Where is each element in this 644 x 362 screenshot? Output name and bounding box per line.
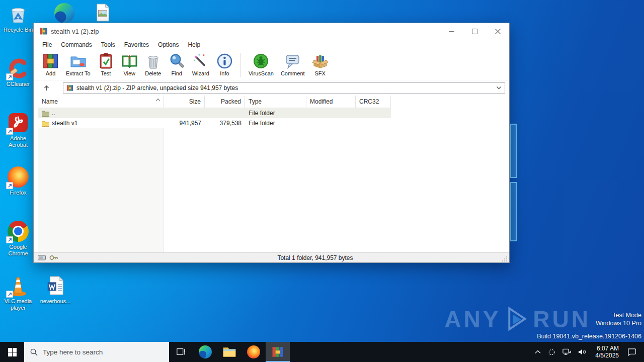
system-tray: 6:07 AM 4/5/2025 xyxy=(531,342,644,362)
wizard-button[interactable]: Wizard xyxy=(189,52,213,77)
taskbar-winrar-button-active[interactable] xyxy=(266,342,290,362)
wallpaper-light-beam xyxy=(510,124,517,178)
toolbar: Add Extract To Test xyxy=(34,50,509,80)
file-list: .. File folder stealth v1 941,957 379,53… xyxy=(34,108,509,252)
anyrun-play-icon xyxy=(504,306,530,332)
table-row-stealth-v1[interactable]: stealth v1 941,957 379,538 File folder xyxy=(38,118,391,128)
column-header-name[interactable]: Name xyxy=(38,96,164,108)
clock-date: 4/5/2025 xyxy=(595,352,619,359)
desktop-icon-edge[interactable] xyxy=(46,2,83,24)
info-button[interactable]: Info xyxy=(213,52,236,77)
windows-logo-icon xyxy=(8,348,17,356)
column-header-modified[interactable]: Modified xyxy=(306,96,356,108)
desktop-icon-firefox[interactable]: Firefox xyxy=(0,166,36,196)
desktop-icon-label: VLC media player xyxy=(0,298,36,311)
desktop-icon-label: neverhous... xyxy=(40,298,71,305)
start-button[interactable] xyxy=(0,342,24,362)
sfx-icon xyxy=(312,53,329,69)
desktop-icon-label: Adobe Acrobat xyxy=(0,135,36,148)
network-button[interactable] xyxy=(559,342,575,362)
find-button[interactable]: Find xyxy=(165,52,189,77)
menu-options[interactable]: Options xyxy=(153,40,183,49)
desktop-icon-label: CCleaner xyxy=(7,81,30,87)
column-header-packed[interactable]: Packed xyxy=(205,96,245,108)
desktop-icon-label: Google Chrome xyxy=(0,244,36,257)
address-text: stealth v1 (2).zip - ZIP archive, unpack… xyxy=(76,84,493,92)
taskbar: 6:07 AM 4/5/2025 xyxy=(0,342,644,362)
firefox-icon xyxy=(7,166,29,188)
anyrun-logo-text-right: RUN xyxy=(533,308,591,331)
taskbar-file-explorer-button[interactable] xyxy=(217,342,242,362)
file-explorer-icon xyxy=(223,346,236,358)
sfx-button[interactable]: SFX xyxy=(308,52,332,77)
action-center-button[interactable] xyxy=(624,342,642,362)
view-button[interactable]: View xyxy=(118,52,141,77)
task-view-button[interactable] xyxy=(169,342,193,362)
maximize-button[interactable] xyxy=(463,23,486,39)
taskbar-search[interactable] xyxy=(24,342,169,362)
minimize-button[interactable] xyxy=(440,23,463,39)
edge-icon xyxy=(199,345,212,358)
winrar-window: stealth v1 (2).zip File Commands Tools F… xyxy=(33,23,510,263)
test-button[interactable]: Test xyxy=(94,52,118,77)
menu-commands[interactable]: Commands xyxy=(56,40,96,49)
search-icon xyxy=(30,348,38,356)
window-title: stealth v1 (2).zip xyxy=(51,28,99,35)
chevron-down-icon[interactable] xyxy=(496,83,502,93)
taskbar-edge-button[interactable] xyxy=(193,342,217,362)
ccleaner-icon xyxy=(7,57,29,79)
up-directory-button[interactable] xyxy=(37,82,56,94)
desktop-icon-recycle-bin[interactable]: Recycle Bin xyxy=(0,3,36,33)
desktop-icon-image-file[interactable] xyxy=(85,3,121,22)
word-document-icon xyxy=(44,275,66,297)
delete-button[interactable]: Delete xyxy=(141,52,165,77)
clock-time: 6:07 AM xyxy=(595,345,619,352)
desktop-icon-google-chrome[interactable]: Google Chrome xyxy=(0,220,36,257)
toolbar-separator xyxy=(240,53,241,77)
desktop-icon-vlc[interactable]: VLC media player xyxy=(0,275,36,311)
title-bar[interactable]: stealth v1 (2).zip xyxy=(34,23,509,39)
shortcut-arrow-icon xyxy=(6,128,13,135)
action-center-icon xyxy=(627,348,636,356)
search-input[interactable] xyxy=(43,348,163,356)
show-hidden-icons-button[interactable] xyxy=(531,342,544,362)
volume-button[interactable] xyxy=(575,342,590,362)
column-headers: Name Size Packed Type Modified CRC32 xyxy=(38,96,391,108)
find-icon xyxy=(169,53,185,69)
info-icon xyxy=(216,53,233,69)
extract-to-button[interactable]: Extract To xyxy=(62,52,94,77)
close-button[interactable] xyxy=(486,23,509,39)
menu-help[interactable]: Help xyxy=(183,40,205,49)
wizard-icon xyxy=(192,53,209,69)
virusscan-button[interactable]: VirusScan xyxy=(245,52,277,77)
chrome-icon xyxy=(7,220,29,242)
sort-ascending-icon xyxy=(155,96,160,103)
test-mode-info: Test Mode Windows 10 Pro xyxy=(596,311,641,327)
speaker-icon xyxy=(578,348,587,355)
column-header-type[interactable]: Type xyxy=(245,96,306,108)
menu-favorites[interactable]: Favorites xyxy=(120,40,153,49)
desktop-icon-adobe-acrobat[interactable]: Adobe Acrobat xyxy=(0,112,36,148)
desktop-icon-word-document[interactable]: neverhous... xyxy=(37,275,73,305)
column-header-size[interactable]: Size xyxy=(164,96,205,108)
shortcut-arrow-icon xyxy=(6,182,13,189)
add-button[interactable]: Add xyxy=(39,52,62,77)
task-view-icon xyxy=(176,347,186,357)
view-icon xyxy=(121,53,138,69)
comment-button[interactable]: Comment xyxy=(277,52,308,77)
taskbar-firefox-button[interactable] xyxy=(242,342,266,362)
image-file-icon xyxy=(94,3,112,22)
anyrun-watermark: ANY RUN Test Mode Windows 10 Pro Build 1… xyxy=(444,306,641,340)
address-combobox[interactable]: stealth v1 (2).zip - ZIP archive, unpack… xyxy=(63,82,505,94)
menu-tools[interactable]: Tools xyxy=(97,40,120,49)
column-header-crc32[interactable]: CRC32 xyxy=(356,96,391,108)
shortcut-arrow-icon xyxy=(6,73,13,80)
menu-bar: File Commands Tools Favorites Options He… xyxy=(34,39,509,50)
tray-app-button[interactable] xyxy=(544,342,559,362)
menu-file[interactable]: File xyxy=(38,40,56,49)
taskbar-clock[interactable]: 6:07 AM 4/5/2025 xyxy=(590,345,624,359)
resize-grip[interactable] xyxy=(501,255,508,262)
table-row-updir[interactable]: .. File folder xyxy=(38,108,391,118)
virusscan-icon xyxy=(253,53,269,69)
desktop-icon-ccleaner[interactable]: CCleaner xyxy=(0,57,36,87)
